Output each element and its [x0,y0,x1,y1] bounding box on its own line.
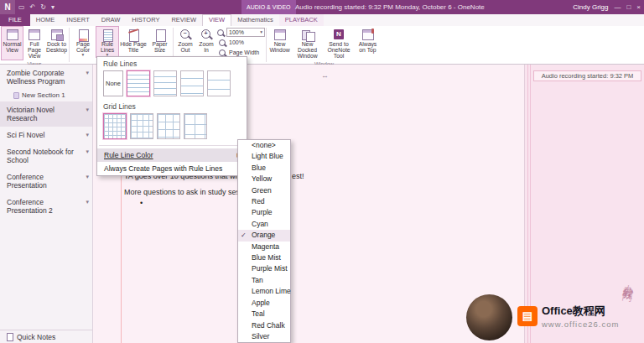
notebook-item-second-notebook[interactable]: Second Notebook for School ▾ [0,143,92,169]
color-option-magenta[interactable]: Magenta [238,242,290,252]
note-text-line-2[interactable]: More questions to ask in study session: [124,188,256,196]
color-option-green[interactable]: Green [238,185,290,196]
rule-lines-college-thumbnail[interactable] [153,70,177,96]
color-option-purple-mist[interactable]: Purple Mist [238,263,290,274]
color-option-yellow[interactable]: Yellow [238,174,290,184]
chevron-down-icon[interactable]: ▾ [84,69,89,77]
new-window-button[interactable]: New Window [267,26,292,60]
note-text-line-1-right[interactable]: est! [292,172,304,180]
monitor-icon[interactable]: ▭ [18,0,25,14]
color-option-red-chalk[interactable]: Red Chalk [238,320,290,331]
color-option-teal[interactable]: Teal [238,309,290,320]
quick-notes-button[interactable]: Quick Notes [0,330,92,343]
tab-history[interactable]: HISTORY [126,14,165,26]
color-option-tan[interactable]: Tan [238,275,290,286]
chevron-down-icon[interactable]: ▾ [84,106,89,114]
rule-lines-narrow-thumbnail[interactable] [127,70,150,96]
checkmark-icon: ✓ [241,231,247,239]
minimize-button[interactable]: — [614,3,621,11]
contextual-tab-group-label: AUDIO & VIDEO [242,0,296,14]
page-color-button[interactable]: Page Color ▾ [70,26,96,58]
color-option-silver[interactable]: Silver [238,331,290,342]
user-account[interactable]: Cindy Grigg [573,3,608,11]
notebook-item-victorian[interactable]: Victorian Novel Research ▾ [0,101,92,127]
hide-page-title-icon [127,29,140,40]
tab-view[interactable]: VIEW [202,14,231,26]
magnifier-icon [218,39,226,47]
tab-file[interactable]: FILE [0,14,30,26]
color-option-light-blue[interactable]: Light Blue [238,151,290,162]
tab-draw[interactable]: DRAW [96,14,127,26]
rule-lines-standard-thumbnail[interactable] [180,70,204,96]
watermark-site-url: www.office26.com [542,320,619,329]
close-button[interactable]: × [636,3,641,11]
grid-small-thumbnail[interactable] [103,113,127,139]
notebook-item-zombie[interactable]: Zombie Corporate Wellness Program ▾ [0,65,92,90]
undo-icon[interactable]: ↶ [30,0,36,14]
ribbon-separator [266,28,267,62]
onenote-n-icon [332,29,345,40]
tab-insert[interactable]: INSERT [60,14,95,26]
tab-mathematics[interactable]: Mathematics [231,14,279,26]
magnifier-icon [218,49,226,57]
tab-home[interactable]: HOME [30,14,61,26]
restore-button[interactable]: □ [626,3,631,11]
color-option-none[interactable]: <none> [238,140,290,151]
zoom-100-button[interactable]: 100% [216,38,265,47]
send-to-onenote-tool-button[interactable]: Send to OneNote Tool [323,26,355,60]
redo-icon[interactable]: ↻ [40,0,46,14]
color-option-orange[interactable]: ✓ Orange [238,230,290,241]
chevron-down-icon[interactable]: ▾ [84,131,89,139]
paper-size-button[interactable]: Paper Size [148,26,172,58]
page-tab-audio-recording[interactable]: Audio recording started: 9:32 PM [533,70,641,81]
color-option-blue[interactable]: Blue [238,163,290,174]
color-option-blue-mist[interactable]: Blue Mist [238,252,290,263]
hide-page-title-button[interactable]: Hide Page Title [119,26,148,58]
chevron-down-icon[interactable]: ▾ [84,148,89,156]
new-docked-window-button[interactable]: New Docked Window [292,26,323,60]
paper-size-icon [153,29,167,40]
zoom-out-button[interactable]: Zoom Out [174,26,196,57]
notebook-item-conference-1[interactable]: Conference Presentation ▾ [0,169,92,194]
zoom-in-button[interactable]: Zoom In [196,26,216,57]
always-create-pages-menu-item[interactable]: Always Create Pages with Rule Lines [97,162,247,175]
dock-to-desktop-icon [50,29,64,40]
normal-view-button[interactable]: Normal View [1,26,23,60]
always-on-top-button[interactable]: Always on Top [355,26,381,60]
chevron-down-icon[interactable]: ▾ [84,173,89,181]
grid-extra-large-thumbnail[interactable] [184,113,207,139]
color-option-apple[interactable]: Apple [238,298,290,309]
grid-large-thumbnail[interactable] [157,113,180,139]
vertical-watermark-text: 办公教程网 [621,275,637,286]
tab-playback[interactable]: PLAYBACK [279,14,324,26]
tab-review[interactable]: REVIEW [165,14,202,26]
rule-line-color-menu-item[interactable]: Rule Line Color ▶ [97,148,247,162]
section-item-new-section-1[interactable]: New Section 1 [0,90,92,101]
color-option-purple[interactable]: Purple [238,207,290,218]
full-page-view-button[interactable]: Full Page View [23,26,45,60]
ribbon-group-views: Normal View Full Page View Dock to Deskt… [1,26,68,64]
normal-view-icon [6,29,19,40]
notebook-item-conference-2[interactable]: Conference Presentation 2 ▾ [0,194,92,219]
onenote-app-icon[interactable]: N [0,0,15,14]
zoom-in-icon [200,29,213,40]
always-on-top-icon [361,29,375,40]
watermark-texts: Office教程网 www.office26.com [542,304,619,329]
rule-lines-wide-thumbnail[interactable] [207,70,231,96]
chevron-down-icon[interactable]: ▾ [84,198,89,206]
new-docked-window-icon [301,29,314,40]
titlebar: N ▭ ↶ ↻ ▾ AUDIO & VIDEO Audio recording … [0,0,644,14]
rule-lines-button[interactable]: Rule Lines ▾ [96,26,119,58]
onenote-window: N ▭ ↶ ↻ ▾ AUDIO & VIDEO Audio recording … [0,0,644,343]
notebook-item-scifi[interactable]: Sci Fi Novel ▾ [0,127,92,143]
menu-section-rule-lines: Rule Lines [97,57,247,70]
zoom-level-combobox[interactable]: 100% ▾ [226,28,265,37]
color-option-cyan[interactable]: Cyan [238,219,290,230]
rule-lines-none-button[interactable]: None [103,70,123,96]
qat-dropdown-icon[interactable]: ▾ [51,0,55,14]
color-option-red[interactable]: Red [238,196,290,207]
dock-to-desktop-button[interactable]: Dock to Desktop [45,26,68,60]
color-option-lemon-lime[interactable]: Lemon Lime [238,286,290,297]
grid-medium-thumbnail[interactable] [130,113,153,139]
section-tab-icon [13,92,19,99]
